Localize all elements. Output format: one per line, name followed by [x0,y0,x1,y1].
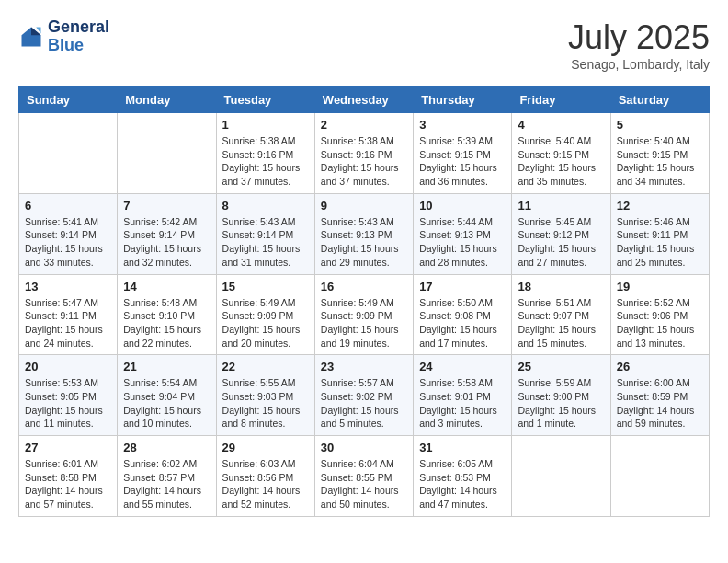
day-info: Sunrise: 5:51 AM Sunset: 9:07 PM Dayligh… [518,296,604,350]
day-number: 25 [518,360,604,373]
day-number: 31 [419,441,506,454]
day-cell: 22Sunrise: 5:55 AM Sunset: 9:03 PM Dayli… [216,355,314,436]
day-number: 26 [617,360,703,373]
day-info: Sunrise: 5:38 AM Sunset: 9:16 PM Dayligh… [321,134,407,189]
day-info: Sunrise: 5:59 AM Sunset: 9:00 PM Dayligh… [518,376,604,431]
day-number: 24 [419,360,506,373]
day-number: 6 [25,199,111,213]
day-cell: 24Sunrise: 5:58 AM Sunset: 9:01 PM Dayli… [414,355,512,436]
day-number: 23 [321,360,407,373]
logo: General Blue [18,18,109,55]
day-info: Sunrise: 5:58 AM Sunset: 9:01 PM Dayligh… [419,376,506,431]
day-cell: 18Sunrise: 5:51 AM Sunset: 9:07 PM Dayli… [512,274,610,355]
day-cell: 6Sunrise: 5:41 AM Sunset: 9:14 PM Daylig… [19,193,118,274]
day-info: Sunrise: 5:49 AM Sunset: 9:09 PM Dayligh… [222,296,309,350]
col-header-thursday: Thursday [414,87,512,113]
day-number: 7 [123,199,210,213]
day-number: 27 [25,441,111,454]
day-cell: 10Sunrise: 5:44 AM Sunset: 9:13 PM Dayli… [414,193,512,274]
location: Senago, Lombardy, Italy [568,57,710,72]
month-title: July 2025 [568,18,710,57]
day-cell: 7Sunrise: 5:42 AM Sunset: 9:14 PM Daylig… [118,193,216,274]
day-cell: 20Sunrise: 5:53 AM Sunset: 9:05 PM Dayli… [19,355,118,436]
col-header-sunday: Sunday [19,87,118,113]
day-number: 5 [617,118,703,132]
day-cell: 16Sunrise: 5:49 AM Sunset: 9:09 PM Dayli… [314,274,413,355]
day-info: Sunrise: 5:44 AM Sunset: 9:13 PM Dayligh… [419,215,506,270]
day-number: 17 [419,280,506,293]
logo-text: General Blue [48,18,109,55]
day-number: 11 [518,199,604,213]
day-number: 20 [25,360,111,373]
day-info: Sunrise: 5:53 AM Sunset: 9:05 PM Dayligh… [25,376,111,431]
day-cell [512,436,610,517]
day-number: 16 [321,280,407,293]
day-cell: 25Sunrise: 5:59 AM Sunset: 9:00 PM Dayli… [512,355,610,436]
day-info: Sunrise: 6:04 AM Sunset: 8:55 PM Dayligh… [321,457,407,511]
day-cell [19,113,118,194]
day-cell: 12Sunrise: 5:46 AM Sunset: 9:11 PM Dayli… [610,193,709,274]
day-cell: 28Sunrise: 6:02 AM Sunset: 8:57 PM Dayli… [118,436,216,517]
day-number: 30 [321,441,407,454]
day-cell: 1Sunrise: 5:38 AM Sunset: 9:16 PM Daylig… [216,113,314,194]
calendar: SundayMondayTuesdayWednesdayThursdayFrid… [18,86,710,517]
day-cell: 31Sunrise: 6:05 AM Sunset: 8:53 PM Dayli… [414,436,512,517]
day-number: 13 [25,280,111,293]
week-row-3: 13Sunrise: 5:47 AM Sunset: 9:11 PM Dayli… [19,274,710,355]
day-info: Sunrise: 5:57 AM Sunset: 9:02 PM Dayligh… [321,376,407,431]
day-cell [118,113,216,194]
day-info: Sunrise: 5:46 AM Sunset: 9:11 PM Dayligh… [617,215,703,270]
day-info: Sunrise: 5:43 AM Sunset: 9:13 PM Dayligh… [321,215,407,270]
day-cell: 17Sunrise: 5:50 AM Sunset: 9:08 PM Dayli… [414,274,512,355]
day-number: 28 [123,441,210,454]
day-info: Sunrise: 5:40 AM Sunset: 9:15 PM Dayligh… [518,134,604,189]
day-number: 15 [222,280,309,293]
day-info: Sunrise: 5:54 AM Sunset: 9:04 PM Dayligh… [123,376,210,431]
calendar-header-row: SundayMondayTuesdayWednesdayThursdayFrid… [19,87,710,113]
day-cell: 21Sunrise: 5:54 AM Sunset: 9:04 PM Dayli… [118,355,216,436]
day-info: Sunrise: 5:40 AM Sunset: 9:15 PM Dayligh… [617,134,703,189]
day-info: Sunrise: 6:01 AM Sunset: 8:58 PM Dayligh… [25,457,111,511]
week-row-1: 1Sunrise: 5:38 AM Sunset: 9:16 PM Daylig… [19,113,710,194]
page-header: General Blue July 2025 Senago, Lombardy,… [18,18,710,72]
col-header-saturday: Saturday [610,87,709,113]
day-info: Sunrise: 5:55 AM Sunset: 9:03 PM Dayligh… [222,376,309,431]
day-cell: 9Sunrise: 5:43 AM Sunset: 9:13 PM Daylig… [314,193,413,274]
day-number: 1 [222,118,309,132]
day-number: 4 [518,118,604,132]
day-number: 29 [222,441,309,454]
day-cell: 3Sunrise: 5:39 AM Sunset: 9:15 PM Daylig… [414,113,512,194]
day-cell: 23Sunrise: 5:57 AM Sunset: 9:02 PM Dayli… [314,355,413,436]
day-info: Sunrise: 5:50 AM Sunset: 9:08 PM Dayligh… [419,296,506,350]
day-cell: 27Sunrise: 6:01 AM Sunset: 8:58 PM Dayli… [19,436,118,517]
day-cell: 30Sunrise: 6:04 AM Sunset: 8:55 PM Dayli… [314,436,413,517]
logo-icon [18,24,44,50]
day-number: 2 [321,118,407,132]
day-number: 21 [123,360,210,373]
week-row-4: 20Sunrise: 5:53 AM Sunset: 9:05 PM Dayli… [19,355,710,436]
col-header-friday: Friday [512,87,610,113]
day-info: Sunrise: 6:00 AM Sunset: 8:59 PM Dayligh… [617,376,703,431]
title-block: July 2025 Senago, Lombardy, Italy [568,18,710,72]
day-cell: 15Sunrise: 5:49 AM Sunset: 9:09 PM Dayli… [216,274,314,355]
day-number: 14 [123,280,210,293]
day-cell: 4Sunrise: 5:40 AM Sunset: 9:15 PM Daylig… [512,113,610,194]
day-number: 22 [222,360,309,373]
day-cell: 14Sunrise: 5:48 AM Sunset: 9:10 PM Dayli… [118,274,216,355]
col-header-tuesday: Tuesday [216,87,314,113]
day-info: Sunrise: 6:03 AM Sunset: 8:56 PM Dayligh… [222,457,309,511]
day-number: 9 [321,199,407,213]
day-info: Sunrise: 5:52 AM Sunset: 9:06 PM Dayligh… [617,296,703,350]
day-info: Sunrise: 5:45 AM Sunset: 9:12 PM Dayligh… [518,215,604,270]
day-number: 10 [419,199,506,213]
day-info: Sunrise: 5:43 AM Sunset: 9:14 PM Dayligh… [222,215,309,270]
day-cell [610,436,709,517]
day-cell: 13Sunrise: 5:47 AM Sunset: 9:11 PM Dayli… [19,274,118,355]
day-info: Sunrise: 6:02 AM Sunset: 8:57 PM Dayligh… [123,457,210,511]
day-cell: 8Sunrise: 5:43 AM Sunset: 9:14 PM Daylig… [216,193,314,274]
day-info: Sunrise: 5:49 AM Sunset: 9:09 PM Dayligh… [321,296,407,350]
week-row-5: 27Sunrise: 6:01 AM Sunset: 8:58 PM Dayli… [19,436,710,517]
week-row-2: 6Sunrise: 5:41 AM Sunset: 9:14 PM Daylig… [19,193,710,274]
day-cell: 2Sunrise: 5:38 AM Sunset: 9:16 PM Daylig… [314,113,413,194]
day-info: Sunrise: 5:38 AM Sunset: 9:16 PM Dayligh… [222,134,309,189]
